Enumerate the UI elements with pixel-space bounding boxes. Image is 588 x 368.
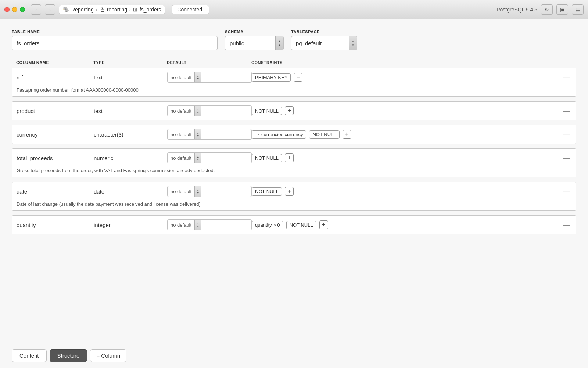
default-selector-currency[interactable]: no default ▲▼ <box>167 129 252 140</box>
maximize-button[interactable] <box>20 7 25 12</box>
tab-structure[interactable]: Structure <box>50 349 87 362</box>
panel-button[interactable]: ▣ <box>556 4 568 15</box>
main-content: TABLE NAME SCHEMA public ▲ ▼ TABLESPACE … <box>0 19 588 368</box>
add-constraint-button[interactable]: + <box>285 106 294 115</box>
remove-row-button[interactable]: — <box>561 74 571 81</box>
table-row: product text no default ▲▼ NOT NULL + — <box>12 101 576 120</box>
refresh-button[interactable]: ↻ <box>541 4 553 15</box>
remove-row-button[interactable]: — <box>561 154 571 162</box>
chevron-right-icon: › <box>49 7 51 13</box>
tablespace-arrows[interactable]: ▲ ▼ <box>349 36 357 50</box>
col-name-product: product <box>17 108 94 114</box>
tab-content[interactable]: Content <box>12 349 47 362</box>
col-name-quantity: quantity <box>17 222 94 228</box>
row-description-date: Date of last change (usually the date pa… <box>12 201 576 210</box>
columns-header: COLUMN NAME TYPE DEFAULT CONSTRAINTS <box>12 60 576 65</box>
constraint-primary-key: PRIMARY KEY <box>252 73 291 82</box>
column-row-ref: ref text no default ▲▼ PRIMARY KEY + — <box>12 68 576 86</box>
nav-back-button[interactable]: ‹ <box>31 4 41 15</box>
add-constraint-button[interactable]: + <box>285 153 294 162</box>
add-constraint-button[interactable]: + <box>294 73 302 82</box>
add-constraint-button[interactable]: + <box>343 130 351 139</box>
connection-status: Connected. <box>172 5 209 14</box>
col-constraints-product: NOT NULL + — <box>252 106 571 115</box>
tablespace-group: TABLESPACE pg_default ▲ ▼ <box>291 29 357 50</box>
schema-group: SCHEMA public ▲ ▼ <box>225 29 284 50</box>
schema-value: public <box>225 37 275 49</box>
schema-select[interactable]: public ▲ ▼ <box>225 36 284 50</box>
schema-icon: 🗄 <box>100 7 105 13</box>
tablespace-select[interactable]: pg_default ▲ ▼ <box>291 36 357 50</box>
constraint-not-null: NOT NULL <box>252 107 282 115</box>
row-description-total-proceeds: Gross total proceeds from the order, wit… <box>12 167 576 177</box>
schema-label: SCHEMA <box>225 29 284 34</box>
table-name-group: TABLE NAME <box>12 29 218 50</box>
col-default-date: no default ▲▼ <box>167 186 252 197</box>
default-selector-total-proceeds[interactable]: no default ▲▼ <box>167 152 252 163</box>
constraint-not-null: NOT NULL <box>286 221 316 229</box>
col-header-name: COLUMN NAME <box>16 60 93 65</box>
form-section: TABLE NAME SCHEMA public ▲ ▼ TABLESPACE … <box>12 29 576 50</box>
breadcrumb-schema[interactable]: reporting <box>107 7 127 13</box>
add-column-button[interactable]: + Column <box>90 349 126 362</box>
column-row-total-proceeds: total_proceeds numeric no default ▲▼ NOT… <box>12 149 576 167</box>
column-row-date: date date no default ▲▼ NOT NULL + — <box>12 182 576 201</box>
table-name-input[interactable] <box>12 36 218 50</box>
default-selector-product[interactable]: no default ▲▼ <box>167 105 252 116</box>
col-type-total-proceeds: numeric <box>94 155 167 161</box>
bottom-tabs: Content Structure + Column <box>12 344 576 368</box>
col-default-quantity: no default ▲▼ <box>167 219 252 230</box>
nav-forward-button[interactable]: › <box>45 4 55 15</box>
remove-row-button[interactable]: — <box>561 188 571 195</box>
table-icon: ⊞ <box>133 7 137 13</box>
col-type-date: date <box>94 188 167 195</box>
col-default-total-proceeds: no default ▲▼ <box>167 152 252 163</box>
col-default-currency: no default ▲▼ <box>167 129 252 140</box>
breadcrumb-db[interactable]: Reporting <box>71 7 94 13</box>
default-selector-date[interactable]: no default ▲▼ <box>167 186 252 197</box>
refresh-icon: ↻ <box>545 7 549 13</box>
constraint-not-null: NOT NULL <box>252 187 282 196</box>
col-constraints-total-proceeds: NOT NULL + — <box>252 153 571 162</box>
col-name-ref: ref <box>17 74 94 81</box>
constraint-quantity-check: quantity > 0 <box>252 221 283 229</box>
col-header-default: DEFAULT <box>167 60 251 65</box>
traffic-lights <box>4 7 25 12</box>
fk-badge-currency: → currencies.currency <box>252 130 306 139</box>
column-row-quantity: quantity integer no default ▲▼ quantity … <box>12 216 576 234</box>
minimize-button[interactable] <box>12 7 17 12</box>
breadcrumb-table[interactable]: fs_orders <box>140 7 161 13</box>
col-header-type: TYPE <box>93 60 167 65</box>
col-constraints-currency: → currencies.currency NOT NULL + — <box>252 130 571 139</box>
schema-arrows[interactable]: ▲ ▼ <box>275 36 283 50</box>
add-constraint-button[interactable]: + <box>319 220 328 229</box>
table-row: total_proceeds numeric no default ▲▼ NOT… <box>12 148 576 177</box>
tablespace-label: TABLESPACE <box>291 29 357 34</box>
titlebar-right: PostgreSQL 9.4.5 ↻ ▣ ▤ <box>496 4 584 15</box>
remove-row-button[interactable]: — <box>561 131 571 138</box>
col-type-ref: text <box>94 74 167 81</box>
remove-row-button[interactable]: — <box>561 107 571 114</box>
col-constraints-quantity: quantity > 0 NOT NULL + — <box>252 220 571 229</box>
col-name-date: date <box>17 188 94 195</box>
col-name-total-proceeds: total_proceeds <box>17 155 94 161</box>
db-icon: 🐘 <box>63 7 69 13</box>
remove-row-button[interactable]: — <box>561 221 571 229</box>
constraint-not-null: NOT NULL <box>252 154 282 162</box>
columns-list: ref text no default ▲▼ PRIMARY KEY + — F… <box>12 68 576 344</box>
constraint-not-null: NOT NULL <box>309 130 339 139</box>
col-constraints-ref: PRIMARY KEY + — <box>252 73 571 82</box>
add-constraint-button[interactable]: + <box>285 187 294 196</box>
panel-icon: ▣ <box>560 7 565 13</box>
breadcrumb-sep-1: › <box>96 7 97 12</box>
default-selector-ref[interactable]: no default ▲▼ <box>167 72 252 83</box>
close-button[interactable] <box>4 7 10 12</box>
table-row: quantity integer no default ▲▼ quantity … <box>12 215 576 234</box>
tablespace-value: pg_default <box>291 37 349 49</box>
col-type-product: text <box>94 108 167 114</box>
col-name-currency: currency <box>17 131 94 138</box>
default-selector-quantity[interactable]: no default ▲▼ <box>167 219 252 230</box>
panel2-button[interactable]: ▤ <box>572 4 584 15</box>
breadcrumb-sep-2: › <box>129 7 131 12</box>
col-type-quantity: integer <box>94 222 167 228</box>
